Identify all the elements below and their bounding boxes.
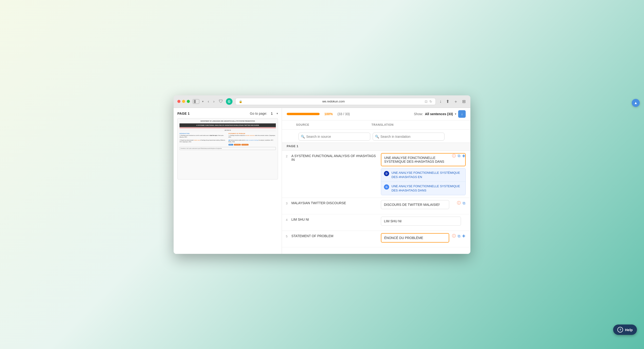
copy-button[interactable]: ⧉ bbox=[462, 200, 466, 206]
row-number: 4 bbox=[282, 214, 292, 230]
doc-problem-title: STATEMENT OF PROBLEM bbox=[228, 133, 276, 134]
traffic-light-yellow[interactable] bbox=[182, 100, 185, 103]
help-button[interactable]: ? Help bbox=[613, 324, 637, 335]
doc-intro-title: INTRODUCTION bbox=[180, 133, 227, 134]
translation-cell[interactable]: ⓘ ⧉ ✚ bbox=[381, 231, 470, 247]
deepl-icon: D bbox=[384, 171, 389, 176]
browser-nav: ‹ › bbox=[206, 98, 216, 104]
source-cell: STATEMENT OF PROBLEM bbox=[292, 231, 381, 247]
search-source-input[interactable] bbox=[298, 132, 370, 140]
check-button[interactable]: ✚ bbox=[462, 153, 466, 159]
suggestion-text: UNE ANALYSE FONCTIONNELLE SYSTÉMIQUE DES… bbox=[392, 171, 462, 179]
progress-count: (33 / 33) bbox=[338, 112, 350, 116]
translation-cell[interactable]: ⓘ ⧉ bbox=[381, 198, 470, 214]
cell-actions: ⓘ ⧉ bbox=[456, 200, 466, 206]
translation-input[interactable] bbox=[381, 233, 449, 242]
shield-icon: 🛡 bbox=[219, 99, 223, 104]
translation-input[interactable] bbox=[381, 200, 449, 209]
row-number: 5 bbox=[282, 231, 292, 247]
show-control: Show: All sentences (33) ▾ ↓ bbox=[414, 110, 466, 118]
warning-button[interactable]: ⓘ bbox=[452, 153, 456, 159]
page-section-label: PAGE 1 bbox=[287, 144, 298, 148]
col-translation-header: TRANSLATION bbox=[372, 123, 447, 126]
copy-button[interactable]: ⧉ bbox=[457, 153, 461, 159]
traffic-light-red[interactable] bbox=[177, 100, 180, 103]
left-panel: PAGE 1 Go to page: ▾ DEPARTMENT OF LANGU… bbox=[174, 108, 282, 254]
translation-cell[interactable]: UNE ANALYSE FONCTIONNELLE SYSTEMIQUE DES… bbox=[381, 151, 470, 198]
goto-page-input[interactable] bbox=[269, 112, 275, 116]
translate-icon: ⊡ bbox=[425, 100, 428, 104]
col-source-header: SOURCE bbox=[296, 123, 372, 126]
show-chevron-icon[interactable]: ▾ bbox=[455, 112, 456, 116]
check-button[interactable]: ✚ bbox=[462, 233, 466, 239]
progress-percent: 100% bbox=[324, 112, 333, 116]
doc-author: LIM SHU NI bbox=[180, 129, 276, 132]
translation-area[interactable]: SOURCE TRANSLATION 🔍 🔍 bbox=[282, 120, 470, 254]
doc-columns: INTRODUCTION ☐ #Hashtags were introduced… bbox=[180, 133, 276, 146]
table-row: 5 STATEMENT OF PROBLEM ⓘ ⧉ ✚ bbox=[282, 231, 470, 247]
search-translation-icon: 🔍 bbox=[375, 135, 379, 138]
search-translation-input[interactable] bbox=[373, 132, 444, 140]
download-button[interactable]: ↓ bbox=[458, 110, 466, 118]
chevron-down-icon[interactable]: ▾ bbox=[276, 112, 278, 115]
source-cell: MALAYSIAN TWITTER DISCOURSE bbox=[292, 198, 381, 214]
row-number: 2 bbox=[282, 151, 292, 158]
app-content: PAGE 1 Go to page: ▾ DEPARTMENT OF LANGU… bbox=[174, 108, 470, 254]
doc-problem-text: 🔍 Hashtags should be analysed as semioti… bbox=[228, 135, 276, 143]
translation-cell[interactable] bbox=[381, 214, 470, 230]
reload-button[interactable]: ↻ bbox=[430, 100, 432, 104]
document-thumbnail: DEPARTMENT OF LANGUAGES AND LINGUISTICS … bbox=[177, 118, 278, 180]
traffic-light-green[interactable] bbox=[187, 100, 190, 103]
warning-button[interactable]: ⓘ bbox=[456, 200, 461, 206]
top-bar: 100% (33 / 33) Show: All sentences (33) … bbox=[282, 108, 470, 120]
doc-intro-col: INTRODUCTION ☐ #Hashtags were introduced… bbox=[180, 133, 227, 146]
browser-chrome: ▾ ‹ › 🛡 G 🔒 we.redokun.com ⊡ ↻ ↓ ⬆ ＋ ⊞ bbox=[174, 95, 470, 108]
show-label: Show: bbox=[414, 112, 423, 116]
hashtag-metoo: #MeToo bbox=[228, 144, 233, 146]
download-icon: ↓ bbox=[461, 112, 463, 116]
table-row: 3 MALAYSIAN TWITTER DISCOURSE ⓘ ⧉ bbox=[282, 198, 470, 214]
suggestion-item[interactable]: D UNE ANALYSE FONCTIONNELLE SYSTÉMIQUE D… bbox=[381, 168, 466, 182]
help-icon: ? bbox=[618, 327, 623, 332]
share-button[interactable]: ⬆ bbox=[445, 98, 450, 105]
search-row: 🔍 🔍 bbox=[282, 131, 470, 143]
browser-actions: ↓ ⬆ ＋ ⊞ bbox=[438, 98, 467, 105]
search-source-icon: 🔍 bbox=[301, 135, 305, 138]
back-button[interactable]: ‹ bbox=[206, 98, 210, 104]
progress-bar-fill bbox=[287, 113, 320, 115]
doc-header: DEPARTMENT OF LANGUAGES AND LINGUISTICS … bbox=[180, 120, 276, 122]
scroll-up-button[interactable]: ▲ bbox=[632, 99, 640, 107]
row-number: 3 bbox=[282, 198, 292, 214]
doc-problem-col: STATEMENT OF PROBLEM 🔍 Hashtags should b… bbox=[228, 133, 276, 146]
goto-page: Go to page: ▾ bbox=[250, 112, 278, 116]
translation-input[interactable] bbox=[381, 217, 461, 226]
table-header: SOURCE TRANSLATION bbox=[282, 120, 470, 130]
copy-button[interactable]: ⧉ bbox=[457, 233, 461, 239]
forward-button[interactable]: › bbox=[212, 98, 216, 104]
doc-subtitle-bar bbox=[180, 128, 276, 128]
table-row: 4 LIM SHU NI bbox=[282, 214, 470, 231]
new-tab-button[interactable]: ＋ bbox=[453, 98, 459, 105]
download-manager-button[interactable]: ↓ bbox=[438, 98, 442, 105]
sidebar-toggle-button[interactable] bbox=[193, 99, 199, 104]
cell-actions: ⓘ ⧉ ✚ bbox=[452, 233, 466, 239]
page-label: PAGE 1 bbox=[177, 112, 190, 116]
hashtag-humblebrag: #Humblebrag bbox=[242, 144, 248, 146]
progress-bar bbox=[287, 113, 320, 115]
lock-icon: 🔒 bbox=[239, 100, 242, 103]
source-cell: LIM SHU NI bbox=[292, 214, 381, 230]
grid-button[interactable]: ⊞ bbox=[461, 98, 467, 105]
grammarly-icon[interactable]: G bbox=[226, 98, 232, 105]
google-icon: G bbox=[384, 184, 389, 190]
suggestion-item[interactable]: G UNE ANALYSE FONCTIONNELLE SYSTEMIQUE D… bbox=[381, 182, 466, 195]
doc-bottom-text: Sometimes I don't quite understand mysel… bbox=[180, 147, 276, 150]
table-row: 2 A SYSTEMIC FUNCTIONAL ANALYSIS OF #HAS… bbox=[282, 151, 470, 198]
chevron-down-icon: ▾ bbox=[202, 100, 204, 103]
right-panel: 100% (33 / 33) Show: All sentences (33) … bbox=[282, 108, 470, 254]
warning-button[interactable]: ⓘ bbox=[452, 233, 456, 239]
address-bar[interactable]: 🔒 we.redokun.com ⊡ ↻ bbox=[235, 98, 436, 105]
browser-url: we.redokun.com bbox=[244, 100, 423, 103]
traffic-lights bbox=[177, 100, 190, 103]
show-value[interactable]: All sentences (33) bbox=[425, 112, 453, 116]
page-section-header: PAGE 1 bbox=[282, 142, 470, 151]
